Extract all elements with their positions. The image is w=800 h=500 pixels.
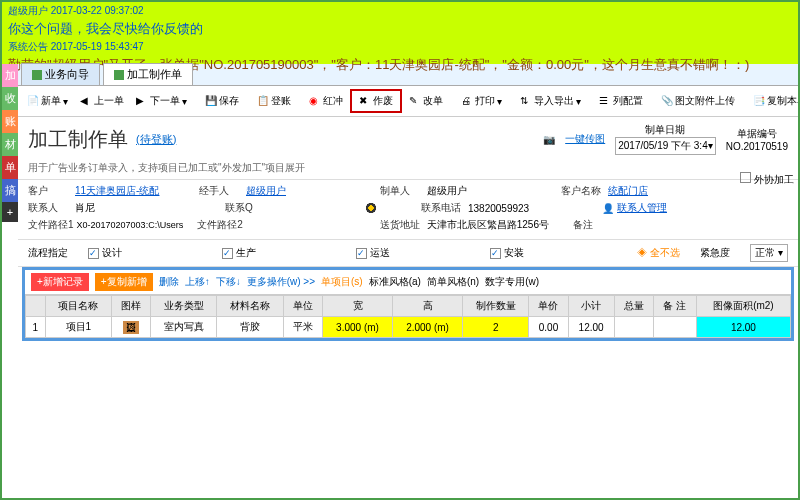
col-area[interactable]: 图像面积(m2) [696, 296, 790, 317]
customer-value[interactable]: 11天津奥园店-统配 [75, 184, 165, 198]
addr-value: 天津市北辰区繁昌路1256号 [427, 218, 549, 232]
copy-add-button[interactable]: +复制新增 [95, 273, 153, 291]
filter-row: 流程指定 设计 生产 运送 安装 ◈ 全不选 紧急度 正常 ▾ [18, 239, 798, 267]
action-bar: +新增记录 +复制新增 删除 上移↑ 下移↓ 更多操作(w) >> 单项目(s)… [25, 270, 791, 295]
upload-button[interactable]: 📎图文附件上传 [656, 91, 740, 111]
del-button[interactable]: 删除 [159, 275, 179, 289]
side-tab-0[interactable]: 加 [2, 64, 18, 87]
side-tab-6[interactable]: + [2, 202, 18, 222]
red-button[interactable]: ◉红冲 [304, 91, 348, 111]
one-key-upload[interactable]: 一键传图 [565, 132, 605, 146]
path-label: 文件路径1 [28, 218, 74, 232]
simple-button[interactable]: 简单风格(n) [427, 275, 479, 289]
save-button[interactable]: 💾保存 [200, 91, 244, 111]
col-w[interactable]: 宽 [322, 296, 392, 317]
contact-mgr-icon[interactable]: 👤 [602, 203, 614, 214]
col-qty[interactable]: 制作数量 [463, 296, 529, 317]
register-icon: 📋 [257, 95, 269, 107]
more-button[interactable]: 更多操作(w) >> [247, 275, 315, 289]
tab-guide[interactable]: 业务向导 [21, 63, 100, 85]
col-biz[interactable]: 业务类型 [151, 296, 217, 317]
import-button[interactable]: ⇅导入导出▾ [515, 91, 586, 111]
copy-button[interactable]: 📑复制本单 [748, 91, 798, 111]
num-button[interactable]: 数字专用(w) [485, 275, 539, 289]
transport-checkbox[interactable] [356, 248, 367, 259]
no-label: 单据编号 [726, 127, 788, 141]
cell-unit[interactable]: 平米 [283, 317, 322, 338]
modify-button[interactable]: ✎改单 [404, 91, 448, 111]
phone-label: 联系电话 [421, 201, 465, 215]
produce-checkbox[interactable] [222, 248, 233, 259]
install-checkbox[interactable] [490, 248, 501, 259]
page-title: 加工制作单 [28, 126, 128, 153]
cell-qty[interactable]: 2 [463, 317, 529, 338]
col-price[interactable]: 单价 [529, 296, 568, 317]
handler-value[interactable]: 超级用户 [246, 184, 336, 198]
col-mat[interactable]: 材料名称 [217, 296, 283, 317]
store-value[interactable]: 统配门店 [608, 184, 698, 198]
up-button[interactable]: 上移↑ [185, 275, 210, 289]
down-button[interactable]: 下移↓ [216, 275, 241, 289]
status-link[interactable]: (待登账) [136, 132, 176, 147]
contact-mgr[interactable]: 联系人管理 [617, 201, 707, 215]
col-img[interactable]: 图样 [111, 296, 150, 317]
date-value[interactable]: 2017/05/19 下午 3:4▾ [615, 137, 716, 155]
cell-idx[interactable]: 1 [26, 317, 46, 338]
date-label: 制单日期 [615, 123, 716, 137]
side-tab-5[interactable]: 搞 [2, 179, 18, 202]
new-button[interactable]: 📄新单▾ [22, 91, 73, 111]
side-tab-3[interactable]: 材 [2, 133, 18, 156]
urgent-select[interactable]: 正常 ▾ [750, 244, 788, 262]
grid-header-row: 项目名称 图样 业务类型 材料名称 单位 宽 高 制作数量 单价 小计 总量 备… [26, 296, 791, 317]
tab-order[interactable]: 加工制作单 [103, 63, 193, 85]
col-name[interactable]: 项目名称 [45, 296, 111, 317]
cell-height[interactable]: 2.000 (m) [393, 317, 463, 338]
cell-biz[interactable]: 室内写真 [151, 317, 217, 338]
col-idx[interactable] [26, 296, 46, 317]
camera-icon[interactable]: 📷 [543, 134, 555, 145]
save-icon: 💾 [205, 95, 217, 107]
cell-note[interactable] [653, 317, 696, 338]
side-tab-2[interactable]: 账 [2, 110, 18, 133]
design-label: 设计 [102, 246, 122, 260]
all-no-button[interactable]: ◈ 全不选 [637, 246, 680, 260]
cell-area[interactable]: 12.00 [696, 317, 790, 338]
cell-total[interactable] [614, 317, 653, 338]
cell-width[interactable]: 3.000 (m) [322, 317, 392, 338]
cell-mat[interactable]: 背胶 [217, 317, 283, 338]
std-button[interactable]: 单项目(s) [321, 275, 363, 289]
col-note[interactable]: 备 注 [653, 296, 696, 317]
table-row[interactable]: 1 项目1 🖼 室内写真 背胶 平米 3.000 (m) 2.000 (m) 2… [26, 317, 791, 338]
register-button[interactable]: 📋登账 [252, 91, 296, 111]
next-button[interactable]: ▶下一单▾ [131, 91, 192, 111]
cell-sub[interactable]: 12.00 [568, 317, 614, 338]
std2-button[interactable]: 标准风格(a) [369, 275, 421, 289]
outsource-checkbox[interactable] [740, 172, 751, 183]
void-button[interactable]: ✖作废 [354, 91, 398, 111]
cell-name[interactable]: 项目1 [45, 317, 111, 338]
side-tab-4[interactable]: 单 [2, 156, 18, 179]
urgent-label: 紧急度 [700, 246, 730, 260]
maker-label: 制单人 [380, 184, 424, 198]
outsource-label: 外协加工 [754, 174, 794, 185]
print-button[interactable]: 🖨打印▾ [456, 91, 507, 111]
customer-label: 客户 [28, 184, 72, 198]
add-record-button[interactable]: +新增记录 [31, 273, 89, 291]
series-button[interactable]: ☰列配置 [594, 91, 648, 111]
col-total[interactable]: 总量 [614, 296, 653, 317]
col-unit[interactable]: 单位 [283, 296, 322, 317]
col-h[interactable]: 高 [393, 296, 463, 317]
qq-icon[interactable] [365, 202, 377, 214]
banner-announce-time: 系统公告 2017-05-19 15:43:47 [8, 40, 792, 54]
cell-img[interactable]: 🖼 [111, 317, 150, 338]
contact-label: 联系人 [28, 201, 72, 215]
next-icon: ▶ [136, 95, 148, 107]
note-label: 备注 [573, 218, 617, 232]
col-sub[interactable]: 小计 [568, 296, 614, 317]
design-checkbox[interactable] [88, 248, 99, 259]
qq-label: 联系Q [225, 201, 269, 215]
prev-button[interactable]: ◀上一单 [75, 91, 129, 111]
side-tab-1[interactable]: 收 [2, 87, 18, 110]
print-icon: 🖨 [461, 95, 473, 107]
cell-price[interactable]: 0.00 [529, 317, 568, 338]
